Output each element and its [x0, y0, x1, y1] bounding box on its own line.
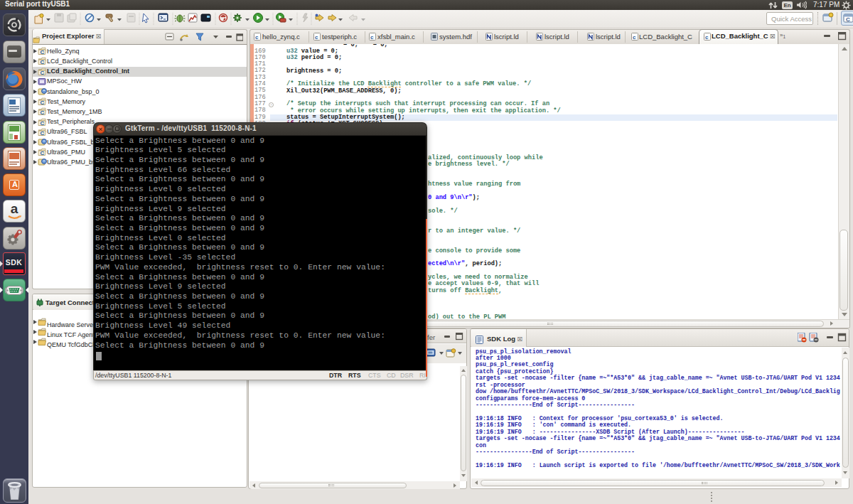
svg-text:C: C	[846, 16, 850, 23]
svg-text:C: C	[41, 129, 45, 136]
svg-text:C: C	[41, 100, 45, 106]
svg-text:C: C	[41, 109, 45, 116]
svg-text:c: c	[370, 34, 374, 41]
svg-text:C: C	[41, 150, 45, 156]
svg-text:c: c	[315, 34, 318, 41]
svg-text:c: c	[705, 34, 709, 41]
svg-text:C: C	[41, 69, 45, 75]
svg-text:C: C	[41, 119, 45, 126]
svg-text:c: c	[255, 34, 259, 41]
svg-text:C: C	[41, 49, 45, 55]
svg-text:c: c	[633, 34, 636, 41]
svg-text:C: C	[41, 59, 45, 65]
